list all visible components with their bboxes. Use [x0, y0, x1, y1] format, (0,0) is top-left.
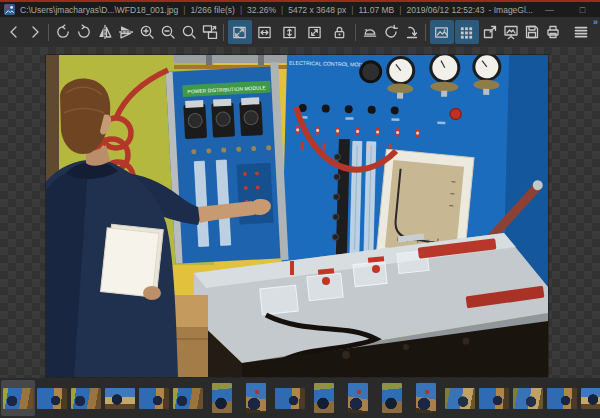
thumbnail[interactable]: [445, 388, 475, 409]
title-file-size: 11.07 MB: [359, 5, 395, 15]
thumbnail-cell[interactable]: [103, 380, 137, 416]
thumbnail[interactable]: [314, 383, 334, 413]
thumbnail-cell[interactable]: [409, 380, 443, 416]
full-screen-button[interactable]: [480, 20, 500, 44]
projector-icon: [362, 24, 378, 40]
projector-button[interactable]: [360, 20, 380, 44]
refresh-button[interactable]: [381, 20, 401, 44]
image-viewport[interactable]: ELECTRICAL CONTROL MODULE: [0, 47, 600, 378]
goto-image-button[interactable]: [402, 20, 422, 44]
print-icon: [545, 24, 561, 40]
thumbnail-cell[interactable]: [375, 380, 409, 416]
toolbar-separator: [425, 24, 426, 41]
thumbnail[interactable]: [212, 383, 232, 413]
thumbnail[interactable]: [105, 388, 135, 409]
scale-to-fit-button[interactable]: [303, 20, 327, 44]
thumbnail[interactable]: [139, 388, 169, 409]
thumbnail-cell[interactable]: [341, 380, 375, 416]
title-separator: |: [399, 5, 401, 15]
rotate-left-icon: [55, 24, 71, 40]
actual-size-button[interactable]: [179, 20, 199, 44]
minimize-button[interactable]: —: [533, 2, 566, 17]
goto-image-icon: [404, 24, 420, 40]
full-screen-icon: [482, 24, 498, 40]
auto-zoom-icon: [232, 25, 247, 40]
previous-image-button[interactable]: [4, 20, 24, 44]
thumbnail[interactable]: [246, 383, 266, 413]
flip-horizontal-button[interactable]: [95, 20, 115, 44]
print-button[interactable]: [543, 20, 563, 44]
thumbnail-cell[interactable]: [579, 380, 600, 416]
thumbnail[interactable]: [173, 388, 203, 409]
thumbnail[interactable]: [416, 383, 436, 413]
chevron-right-icon: [27, 24, 43, 40]
thumbnail-cell[interactable]: [239, 380, 273, 416]
title-separator: |: [281, 5, 283, 15]
title-file-datetime: 2019/06/12 12:52:43: [407, 5, 485, 15]
maximize-button[interactable]: □: [566, 2, 599, 17]
scale-to-fit-icon: [307, 25, 322, 40]
rotate-right-icon: [76, 24, 92, 40]
title-app-name: - ImageGl...: [489, 5, 533, 15]
window-fit-button[interactable]: [200, 20, 220, 44]
thumbnail-cell[interactable]: [511, 380, 545, 416]
magnifier-icon: [181, 24, 197, 40]
title-separator: |: [351, 5, 353, 15]
window-controls: — □ ×: [533, 2, 600, 17]
thumbnail[interactable]: [3, 388, 33, 409]
slideshow-button[interactable]: [501, 20, 521, 44]
thumbnail-cell[interactable]: [171, 380, 205, 416]
thumbnail-cell[interactable]: [205, 380, 239, 416]
thumbnail[interactable]: [275, 388, 305, 409]
thumbnail-cell[interactable]: [69, 380, 103, 416]
photo-canvas[interactable]: ELECTRICAL CONTROL MODULE: [46, 55, 548, 377]
title-file-index: 1/266 file(s): [190, 5, 234, 15]
window-fit-icon: [202, 24, 218, 40]
flip-vertical-icon: [118, 24, 134, 40]
auto-zoom-button[interactable]: [228, 20, 252, 44]
thumbnail[interactable]: [382, 383, 402, 413]
zoom-in-icon: [139, 24, 155, 40]
toolbar-separator: [355, 24, 356, 41]
scale-to-height-icon: [282, 25, 297, 40]
toolbar-separator: [223, 24, 224, 41]
thumbnail[interactable]: [348, 383, 368, 413]
thumbnail[interactable]: [37, 388, 67, 409]
toolbar: »: [0, 17, 600, 47]
scale-to-width-icon: [257, 25, 272, 40]
toolbar-separator: [48, 24, 49, 41]
thumbnail-cell[interactable]: [1, 380, 35, 416]
save-button[interactable]: [522, 20, 542, 44]
thumbnail-bar-button[interactable]: [455, 20, 479, 44]
toolbar-overflow-chevron[interactable]: »: [593, 17, 597, 27]
rotate-left-button[interactable]: [53, 20, 73, 44]
zoom-out-button[interactable]: [158, 20, 178, 44]
checkerboard-icon: [434, 25, 449, 40]
scale-to-height-button[interactable]: [278, 20, 302, 44]
refresh-icon: [383, 24, 399, 40]
flip-vertical-button[interactable]: [116, 20, 136, 44]
title-image-dimensions: 5472 x 3648 px: [288, 5, 346, 15]
thumbnail-cell[interactable]: [307, 380, 341, 416]
thumbnail-cell[interactable]: [273, 380, 307, 416]
thumbnail[interactable]: [547, 388, 577, 409]
thumbnail[interactable]: [479, 388, 509, 409]
next-image-button[interactable]: [25, 20, 45, 44]
thumbnail[interactable]: [71, 388, 101, 409]
thumbnail-cell[interactable]: [137, 380, 171, 416]
thumbnail[interactable]: [581, 388, 600, 409]
zoom-in-button[interactable]: [137, 20, 157, 44]
thumbnail-cell[interactable]: [545, 380, 579, 416]
lock-zoom-button[interactable]: [328, 20, 352, 44]
checkerboard-button[interactable]: [430, 20, 454, 44]
title-bar[interactable]: C:\Users\jmacharyas\D...\WFD18_001.jpg |…: [0, 0, 600, 17]
thumbnail-cell[interactable]: [35, 380, 69, 416]
scale-to-width-button[interactable]: [253, 20, 277, 44]
thumbnail-cell[interactable]: [443, 380, 477, 416]
thumbnail-strip[interactable]: [0, 378, 600, 418]
title-separator: |: [183, 5, 185, 15]
rotate-right-button[interactable]: [74, 20, 94, 44]
thumbnail[interactable]: [513, 388, 543, 409]
thumbnail-cell[interactable]: [477, 380, 511, 416]
menu-button[interactable]: [571, 20, 591, 44]
